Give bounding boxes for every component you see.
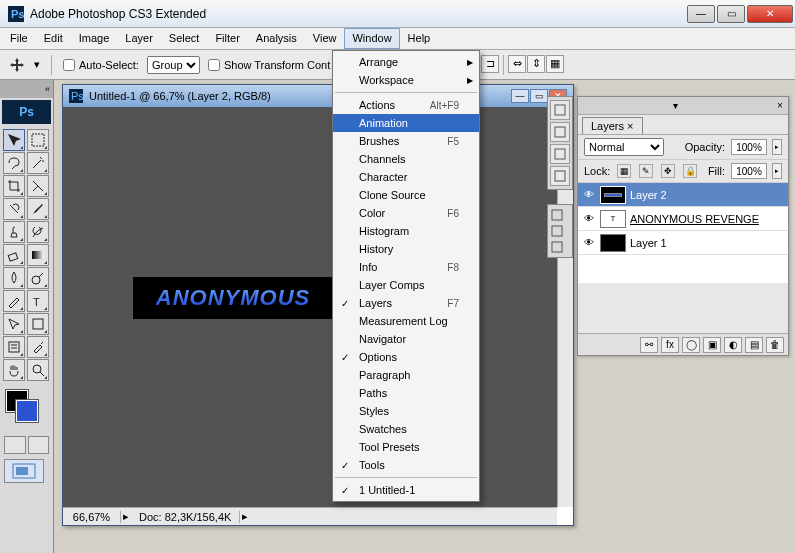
eyedropper-tool[interactable] xyxy=(27,336,49,358)
delete-layer-icon[interactable]: 🗑 xyxy=(766,337,784,353)
menu-item-channels[interactable]: Channels xyxy=(333,150,479,168)
dodge-tool[interactable] xyxy=(27,267,49,289)
menu-item-clone-source[interactable]: Clone Source xyxy=(333,186,479,204)
pen-tool[interactable] xyxy=(3,290,25,312)
lasso-tool[interactable] xyxy=(3,152,25,174)
menu-window[interactable]: Window xyxy=(344,28,399,49)
panel-menu-icon[interactable]: ▾ xyxy=(667,100,683,111)
layer-fx-icon[interactable]: fx xyxy=(661,337,679,353)
navigator-icon[interactable] xyxy=(550,100,570,120)
visibility-icon[interactable]: 👁 xyxy=(582,213,596,224)
lock-transparency-icon[interactable]: ▦ xyxy=(617,164,631,178)
move-tool[interactable] xyxy=(3,129,25,151)
layer-row[interactable]: 👁Layer 1 xyxy=(578,231,788,255)
layers-tab[interactable]: Layers × xyxy=(582,117,643,134)
auto-select-checkbox[interactable]: Auto-Select: xyxy=(63,59,139,71)
layers-panel-header[interactable]: ▾ × xyxy=(578,97,788,115)
toolbox-collapse[interactable]: « xyxy=(0,80,53,98)
opacity-field[interactable]: 100% xyxy=(731,139,767,155)
menu-item-layers[interactable]: ✓LayersF7 xyxy=(333,294,479,312)
layer-mask-icon[interactable]: ◯ xyxy=(682,337,700,353)
doc-maximize-button[interactable]: ▭ xyxy=(530,89,548,103)
new-layer-icon[interactable]: ▤ xyxy=(745,337,763,353)
opacity-arrow-icon[interactable]: ▸ xyxy=(772,139,782,155)
new-group-icon[interactable]: ▣ xyxy=(703,337,721,353)
menu-edit[interactable]: Edit xyxy=(36,28,71,49)
menu-item-info[interactable]: InfoF8 xyxy=(333,258,479,276)
shape-tool[interactable] xyxy=(27,313,49,335)
menu-image[interactable]: Image xyxy=(71,28,118,49)
slice-tool[interactable] xyxy=(27,175,49,197)
menu-item-history[interactable]: History xyxy=(333,240,479,258)
brush-tool[interactable] xyxy=(27,198,49,220)
gradient-tool[interactable] xyxy=(27,244,49,266)
menu-item-1-untitled-1[interactable]: ✓1 Untitled-1 xyxy=(333,481,479,499)
document-canvas-area[interactable]: ANONYMOUS xyxy=(63,107,557,507)
character-icon[interactable] xyxy=(550,208,570,222)
menu-item-navigator[interactable]: Navigator xyxy=(333,330,479,348)
menu-item-tool-presets[interactable]: Tool Presets xyxy=(333,438,479,456)
layer-row[interactable]: 👁TANONYMOUS REVENGE xyxy=(578,207,788,231)
layer-name[interactable]: Layer 2 xyxy=(630,189,667,201)
menu-item-histogram[interactable]: Histogram xyxy=(333,222,479,240)
zoom-field[interactable]: 66,67% xyxy=(63,511,121,523)
lock-position-icon[interactable]: ✥ xyxy=(661,164,675,178)
new-adjustment-icon[interactable]: ◐ xyxy=(724,337,742,353)
canvas[interactable]: ANONYMOUS xyxy=(133,277,333,319)
document-titlebar[interactable]: Ps Untitled-1 @ 66,7% (Layer 2, RGB/8) —… xyxy=(63,85,573,107)
info-icon[interactable] xyxy=(550,144,570,164)
link-layers-icon[interactable]: ⚯ xyxy=(640,337,658,353)
menu-item-paragraph[interactable]: Paragraph xyxy=(333,366,479,384)
blur-tool[interactable] xyxy=(3,267,25,289)
menu-item-brushes[interactable]: BrushesF5 xyxy=(333,132,479,150)
menu-item-animation[interactable]: Animation xyxy=(333,114,479,132)
panel-close-icon[interactable]: × xyxy=(772,100,788,111)
standard-mode-icon[interactable] xyxy=(4,436,26,454)
lock-pixels-icon[interactable]: ✎ xyxy=(639,164,653,178)
zoom-tool[interactable] xyxy=(27,359,49,381)
menu-item-color[interactable]: ColorF6 xyxy=(333,204,479,222)
menu-help[interactable]: Help xyxy=(400,28,439,49)
blend-mode-dropdown[interactable]: Normal xyxy=(584,138,664,156)
quickmask-mode-icon[interactable] xyxy=(28,436,50,454)
menu-file[interactable]: File xyxy=(2,28,36,49)
menu-item-character[interactable]: Character xyxy=(333,168,479,186)
layer-thumbnail[interactable]: T xyxy=(600,210,626,228)
menu-item-swatches[interactable]: Swatches xyxy=(333,420,479,438)
maximize-button[interactable]: ▭ xyxy=(717,5,745,23)
background-swatch[interactable] xyxy=(16,400,38,422)
type-tool[interactable]: T xyxy=(27,290,49,312)
menu-select[interactable]: Select xyxy=(161,28,208,49)
crop-tool[interactable] xyxy=(3,175,25,197)
color-icon[interactable] xyxy=(550,166,570,186)
layercomps-icon[interactable] xyxy=(550,240,570,254)
auto-select-dropdown[interactable]: Group xyxy=(147,56,200,74)
eraser-tool[interactable] xyxy=(3,244,25,266)
auto-align-icon[interactable]: ▦ xyxy=(546,55,564,73)
menu-item-options[interactable]: ✓Options xyxy=(333,348,479,366)
visibility-icon[interactable]: 👁 xyxy=(582,237,596,248)
stamp-tool[interactable] xyxy=(3,221,25,243)
distribute-v-icon[interactable]: ⇕ xyxy=(527,55,545,73)
close-button[interactable]: ✕ xyxy=(747,5,793,23)
lock-all-icon[interactable]: 🔒 xyxy=(683,164,697,178)
layer-name[interactable]: Layer 1 xyxy=(630,237,667,249)
visibility-icon[interactable]: 👁 xyxy=(582,189,596,200)
hand-tool[interactable] xyxy=(3,359,25,381)
menu-item-measurement-log[interactable]: Measurement Log xyxy=(333,312,479,330)
layer-thumbnail[interactable] xyxy=(600,234,626,252)
menu-item-arrange[interactable]: Arrange▶ xyxy=(333,53,479,71)
history-brush-tool[interactable] xyxy=(27,221,49,243)
menu-item-paths[interactable]: Paths xyxy=(333,384,479,402)
show-transform-checkbox[interactable]: Show Transform Cont xyxy=(208,59,330,71)
menu-analysis[interactable]: Analysis xyxy=(248,28,305,49)
menu-view[interactable]: View xyxy=(305,28,345,49)
menu-item-styles[interactable]: Styles xyxy=(333,402,479,420)
paragraph-icon[interactable] xyxy=(550,224,570,238)
menu-item-layer-comps[interactable]: Layer Comps xyxy=(333,276,479,294)
menu-filter[interactable]: Filter xyxy=(207,28,247,49)
doc-minimize-button[interactable]: — xyxy=(511,89,529,103)
fill-arrow-icon[interactable]: ▸ xyxy=(772,163,782,179)
doc-info[interactable]: Doc: 82,3K/156,4K xyxy=(131,511,240,523)
doc-info-arrow-icon[interactable]: ▸ xyxy=(240,510,250,523)
